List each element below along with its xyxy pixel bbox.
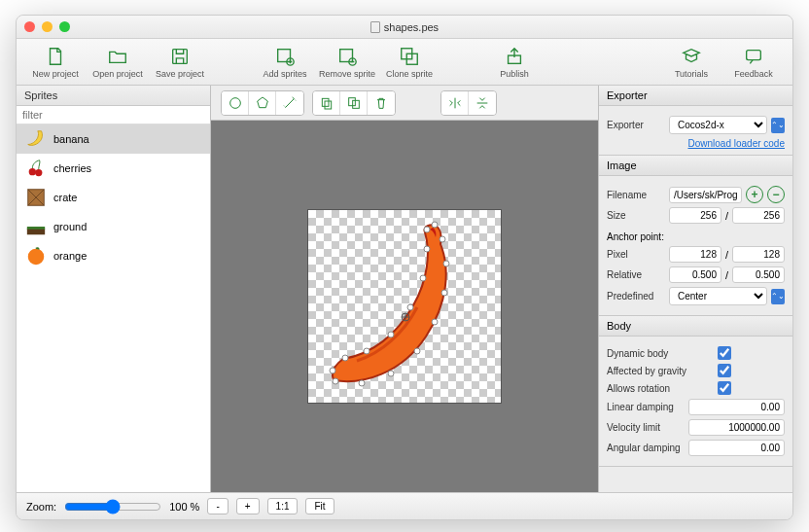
- svg-point-34: [407, 304, 413, 310]
- flip-tools: [440, 90, 497, 116]
- publish-button[interactable]: Publish: [485, 41, 544, 84]
- add-file-button[interactable]: +: [746, 186, 763, 203]
- size-height-input[interactable]: [732, 207, 785, 224]
- zoom-in-button[interactable]: +: [236, 498, 260, 514]
- sprite-item-ground[interactable]: ground: [17, 212, 210, 241]
- svg-point-33: [388, 332, 394, 337]
- gravity-checkbox[interactable]: [718, 364, 731, 377]
- sprite-label: ground: [53, 221, 87, 232]
- feedback-button[interactable]: Feedback: [724, 41, 783, 84]
- ground-icon: [24, 215, 48, 238]
- zoom-label: Zoom:: [26, 501, 56, 513]
- main-content: Sprites banana cherries crate ground ora…: [17, 86, 792, 492]
- svg-point-24: [441, 290, 447, 296]
- flip-vertical-tool[interactable]: [469, 91, 496, 115]
- svg-point-15: [229, 97, 240, 108]
- svg-rect-19: [352, 100, 359, 108]
- sprite-label: orange: [53, 250, 87, 262]
- size-width-input[interactable]: [669, 207, 721, 224]
- remove-file-button[interactable]: −: [767, 186, 785, 203]
- velocity-limit-label: Velocity limit: [607, 422, 685, 433]
- svg-rect-13: [27, 227, 45, 230]
- app-window: shapes.pes New project Open project Save…: [16, 15, 793, 520]
- pixel-x-input[interactable]: [669, 246, 721, 263]
- svg-point-25: [432, 319, 438, 325]
- svg-point-28: [359, 380, 365, 386]
- relative-y-input[interactable]: [732, 266, 785, 283]
- copy-tool[interactable]: [313, 91, 340, 115]
- svg-point-23: [443, 261, 449, 266]
- paste-tool[interactable]: [340, 91, 368, 115]
- svg-point-35: [420, 275, 426, 281]
- svg-rect-0: [173, 49, 188, 63]
- sprite-filter-input[interactable]: [17, 106, 210, 124]
- filename-input[interactable]: [669, 187, 742, 203]
- canvas-toolbar: [211, 86, 598, 121]
- exporter-select[interactable]: Cocos2d-x: [669, 116, 767, 134]
- wand-tool[interactable]: [276, 91, 303, 115]
- polygon-tool[interactable]: [249, 91, 276, 115]
- anchor-point-label: Anchor point:: [607, 231, 785, 242]
- pixel-y-input[interactable]: [732, 246, 785, 263]
- dynamic-body-checkbox[interactable]: [718, 346, 731, 360]
- flip-horizontal-tool[interactable]: [441, 91, 469, 115]
- sprite-item-cherries[interactable]: cherries: [17, 154, 210, 183]
- svg-rect-17: [325, 101, 332, 109]
- sprite-label: crate: [53, 192, 77, 203]
- sprite-item-crate[interactable]: crate: [17, 183, 210, 212]
- svg-point-10: [35, 169, 42, 176]
- body-header: Body: [599, 316, 792, 337]
- add-sprites-button[interactable]: Add sprites: [256, 41, 314, 84]
- zoom-fit-button[interactable]: Fit: [305, 498, 334, 514]
- zoom-value: 100 %: [169, 501, 199, 513]
- linear-damping-input[interactable]: [688, 399, 785, 415]
- filename-label: Filename: [607, 190, 665, 200]
- cherries-icon: [24, 157, 48, 180]
- dropdown-icon: ⌃⌄: [771, 289, 785, 304]
- save-project-button[interactable]: Save project: [151, 41, 209, 84]
- crate-icon: [24, 186, 48, 209]
- open-project-button[interactable]: Open project: [88, 41, 147, 84]
- zoom-out-button[interactable]: -: [207, 498, 228, 514]
- predefined-select[interactable]: Center: [669, 287, 767, 305]
- sprite-item-banana[interactable]: banana: [17, 124, 210, 154]
- zoom-actual-button[interactable]: 1:1: [267, 498, 299, 514]
- svg-point-30: [330, 368, 335, 373]
- sprite-label: banana: [53, 133, 89, 145]
- window-title: shapes.pes: [17, 20, 792, 34]
- tutorials-button[interactable]: Tutorials: [662, 41, 721, 84]
- linear-damping-label: Linear damping: [607, 402, 685, 412]
- svg-rect-3: [340, 49, 353, 61]
- pixel-label: Pixel: [607, 249, 665, 260]
- svg-point-14: [28, 249, 45, 265]
- remove-sprite-button[interactable]: Remove sprite: [318, 41, 376, 84]
- predefined-label: Predefined: [607, 291, 665, 301]
- image-section: Image Filename+− Size/ Anchor point: Pix…: [599, 156, 792, 316]
- download-loader-link[interactable]: Download loader code: [607, 138, 785, 149]
- circle-tool[interactable]: [222, 91, 249, 115]
- clone-sprite-button[interactable]: Clone sprite: [380, 41, 439, 84]
- main-toolbar: New project Open project Save project Ad…: [17, 39, 792, 86]
- velocity-limit-input[interactable]: [688, 419, 785, 436]
- angular-damping-input[interactable]: [688, 440, 785, 456]
- exporter-section: Exporter ExporterCocos2d-x⌃⌄ Download lo…: [599, 86, 792, 156]
- size-label: Size: [607, 210, 665, 221]
- svg-rect-8: [747, 50, 761, 59]
- relative-x-input[interactable]: [669, 266, 721, 283]
- svg-rect-12: [27, 229, 45, 234]
- new-project-button[interactable]: New project: [26, 41, 85, 84]
- shape-tools: [221, 90, 304, 116]
- document-icon: [370, 21, 380, 33]
- relative-label: Relative: [607, 269, 665, 280]
- delete-tool[interactable]: [368, 91, 395, 115]
- sprite-item-orange[interactable]: orange: [17, 241, 210, 270]
- footer-bar: Zoom: 100 % - + 1:1 Fit: [17, 492, 792, 519]
- rotation-checkbox[interactable]: [718, 381, 731, 395]
- body-section: Body Dynamic body Affected by gravity Al…: [599, 316, 792, 467]
- zoom-slider[interactable]: [64, 499, 161, 514]
- svg-point-36: [424, 246, 430, 252]
- canvas-viewport[interactable]: [211, 121, 598, 492]
- orange-icon: [24, 244, 48, 267]
- sprite-canvas[interactable]: [307, 209, 502, 404]
- gravity-label: Affected by gravity: [607, 366, 714, 376]
